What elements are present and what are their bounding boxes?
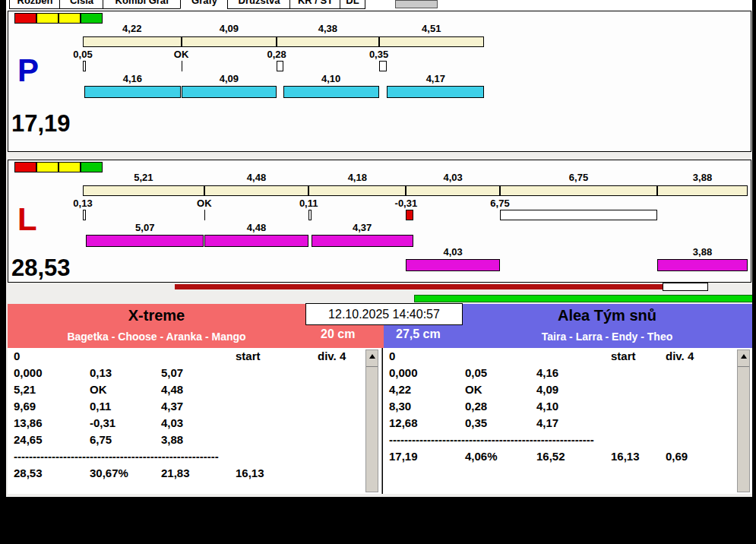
table-separator: ----------------------------------------… — [389, 433, 617, 450]
table-cell: 4,48 — [161, 383, 183, 400]
change-tick — [500, 210, 657, 220]
table-total-cell: 4,06% — [465, 450, 498, 467]
team-height-class: 27,5 cm — [396, 327, 441, 341]
run-time-label: 4,16 — [102, 73, 163, 84]
progress-bar-green — [414, 295, 752, 302]
split-bar-segment — [406, 185, 500, 196]
table-total-cell: 16,52 — [536, 450, 565, 467]
status-square — [81, 13, 103, 24]
table-cell: 0,11 — [90, 400, 111, 416]
run-bar — [84, 86, 182, 98]
split-bar-segment — [83, 185, 204, 196]
table-header-cell: div. 4 — [318, 349, 346, 366]
tab-kr-st[interactable]: KR / ST — [289, 0, 341, 9]
tab-bar: RozběhČíslaKombi GrafGrafyDružstvaKR / S… — [6, 0, 752, 11]
table-scrollbar[interactable] — [737, 349, 750, 492]
team-members: Bagetka - Choose - Aranka - Mango — [8, 331, 305, 343]
results-table-right: 0startdiv. 40,0000,054,164,22OK4,098,300… — [382, 348, 752, 494]
team-name: Alea Tým snů — [463, 307, 751, 324]
table-cell: 4,37 — [161, 400, 183, 416]
progress-marker — [663, 283, 708, 291]
split-bar-segment — [379, 36, 484, 47]
status-square — [59, 162, 81, 172]
lane-total-time: 28,53 — [11, 255, 71, 282]
table-cell: 4,16 — [536, 366, 558, 383]
change-tick — [83, 210, 86, 220]
table-total-cell: 30,67% — [90, 467, 128, 483]
change-time-label: 0,05 — [52, 49, 113, 60]
change-tick — [308, 210, 312, 220]
split-bar-segment — [83, 36, 182, 47]
tab--sla[interactable]: Čísla — [59, 0, 104, 9]
table-cell: OK — [90, 383, 107, 400]
status-square — [36, 13, 59, 24]
run-time-label: 3,88 — [672, 246, 733, 258]
split-time-label: 6,75 — [548, 172, 609, 183]
tab-label: Rozběh — [10, 0, 60, 6]
scroll-up-button[interactable] — [366, 354, 378, 367]
change-time-label: 0,35 — [349, 49, 410, 60]
table-cell: 12,68 — [389, 416, 418, 433]
lane-letter: L — [17, 201, 37, 238]
table-cell: 5,07 — [161, 366, 183, 383]
split-time-label: 4,09 — [198, 23, 259, 34]
tab-kombi-graf[interactable]: Kombi Graf — [103, 0, 182, 9]
table-cell: 0,000 — [14, 366, 43, 383]
table-cell: 3,88 — [161, 433, 183, 450]
change-time-label: OK — [151, 49, 212, 60]
change-time-label: 0,13 — [52, 198, 113, 209]
change-tick — [406, 210, 413, 220]
change-tick — [83, 61, 86, 71]
tab-rozb-h[interactable]: Rozběh — [9, 0, 61, 9]
run-time-label: 5,07 — [115, 222, 176, 233]
table-cell: 6,75 — [90, 433, 112, 450]
status-square — [36, 162, 59, 172]
tab-dru-stva[interactable]: Družstva — [227, 0, 291, 9]
tab-label: Čísla — [60, 0, 103, 6]
table-cell: 4,22 — [389, 383, 411, 400]
run-bar — [86, 235, 204, 247]
change-time-label: 0,11 — [278, 198, 339, 209]
table-cell: 0,28 — [465, 400, 487, 416]
run-bar — [312, 235, 413, 247]
run-time-label: 4,09 — [198, 73, 259, 84]
run-time-label: 4,17 — [405, 73, 466, 84]
results-table-left: 0startdiv. 40,0000,135,075,21OK4,489,690… — [8, 348, 382, 494]
run-time-label: 4,10 — [301, 73, 362, 84]
run-bar — [387, 86, 484, 98]
run-time-label: 4,37 — [332, 222, 393, 233]
progress-bar-red — [175, 284, 663, 289]
run-bar — [182, 86, 277, 98]
tab-grafy[interactable]: Grafy — [180, 0, 229, 9]
table-total-cell: 16,13 — [236, 467, 264, 483]
split-time-label: 4,22 — [102, 23, 163, 34]
table-cell: 4,17 — [536, 416, 558, 433]
split-time-label: 4,48 — [226, 172, 286, 183]
run-bar — [657, 259, 748, 271]
run-time-label: 4,48 — [226, 222, 286, 233]
table-cell: 4,09 — [536, 383, 558, 400]
scroll-up-button[interactable] — [738, 354, 749, 367]
datetime-display: 12.10.2025 14:40:57 — [305, 303, 463, 325]
tab-label: KR / ST — [290, 0, 340, 6]
split-time-label: 3,88 — [672, 172, 733, 183]
change-tick — [277, 61, 283, 71]
tab-dl[interactable]: DL — [340, 0, 365, 9]
tab-label: Grafy — [181, 0, 228, 6]
tab-label: Kombi Graf — [103, 0, 181, 6]
lane-panel-p: P 17,19 4,224,094,384,510,05OK0,280,354,… — [8, 11, 751, 152]
lane-panel-l: L 28,53 5,214,484,184,036,753,880,13OK0,… — [8, 160, 751, 283]
tabbar-scroll-thumb[interactable] — [395, 0, 438, 8]
table-header-cell: start — [236, 349, 261, 366]
run-time-label: 4,03 — [422, 246, 483, 258]
change-tick-ok — [182, 61, 182, 71]
table-scrollbar[interactable] — [365, 349, 378, 492]
split-bar-segment — [277, 36, 378, 47]
table-header-cell: start — [611, 349, 636, 366]
change-tick — [379, 61, 387, 71]
change-time-label: -0,31 — [375, 198, 436, 209]
run-bar — [204, 235, 308, 247]
table-cell: 0,35 — [465, 416, 487, 433]
arrow-up-icon — [369, 354, 375, 359]
change-tick-ok — [204, 210, 205, 220]
